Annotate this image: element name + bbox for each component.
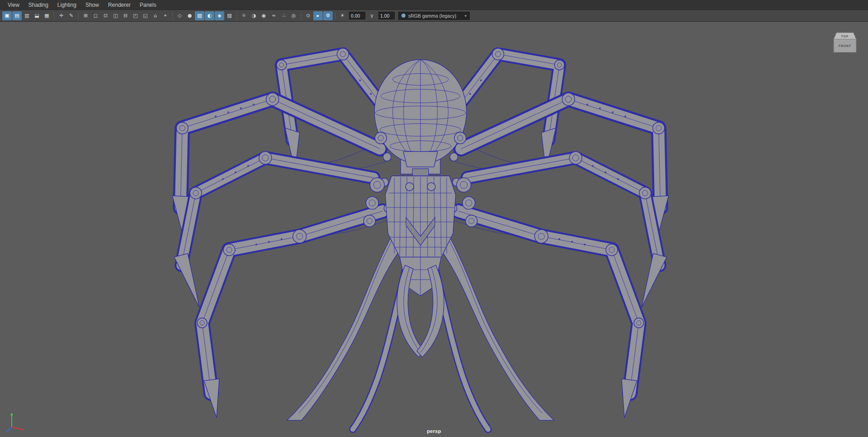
safe-action-icon[interactable]: ◰ xyxy=(131,11,140,20)
field-chart-icon[interactable]: ⊟ xyxy=(121,11,130,20)
use-default-material-icon[interactable]: ◐ xyxy=(205,11,214,20)
depth-of-field-icon[interactable]: ◎ xyxy=(289,11,298,20)
resolution-gate-icon[interactable]: ⊡ xyxy=(101,11,110,20)
toolbar-separator xyxy=(301,12,301,19)
camera-label: persp xyxy=(0,428,868,434)
textured-icon[interactable]: ▧ xyxy=(195,11,204,20)
ambient-occlusion-icon[interactable]: ◉ xyxy=(259,11,269,20)
render-settings-icon[interactable]: ⚙ xyxy=(323,11,333,20)
motion-blur-icon[interactable]: ≈ xyxy=(269,11,278,20)
image-plane-icon[interactable]: ▦ xyxy=(42,11,52,20)
viewport-renderer-icon[interactable]: ▸ xyxy=(313,11,323,20)
viewport-model xyxy=(0,22,868,437)
anti-aliasing-icon[interactable]: ∴ xyxy=(279,11,288,20)
panel-toolbar: ▣▤▥⬓▦✛✎⊞◻⊡◫⊟◰◱⌂⌖◇●▧◐◈▨☼◑◉≈∴◎⊙▸⚙ ☀ γ sRGB… xyxy=(0,10,868,22)
frame-selected-icon[interactable]: ⌖ xyxy=(160,11,170,20)
shadows-icon[interactable]: ◑ xyxy=(249,11,259,20)
toolbar-separator xyxy=(54,12,54,19)
maya-panel: ViewShadingLightingShowRendererPanels ▣▤… xyxy=(0,0,868,437)
camera-attributes-icon[interactable]: ▥ xyxy=(22,11,32,20)
panel-menubar: ViewShadingLightingShowRendererPanels xyxy=(0,0,868,10)
toolbar-separator xyxy=(172,12,173,19)
toolbar-separator xyxy=(236,12,237,19)
gate-mask-icon[interactable]: ◫ xyxy=(111,11,120,20)
menu-show[interactable]: Show xyxy=(81,1,103,9)
gamma-field[interactable] xyxy=(378,12,395,19)
lighting-all-icon[interactable]: ☼ xyxy=(239,11,249,20)
chevron-down-icon: ▾ xyxy=(464,14,467,18)
frame-all-icon[interactable]: ⌂ xyxy=(151,11,160,20)
grease-pencil-icon[interactable]: ✎ xyxy=(66,11,76,20)
safe-title-icon[interactable]: ◱ xyxy=(141,11,150,20)
lock-camera-icon[interactable]: ▤ xyxy=(12,11,22,20)
view-transform-value: sRGB gamma (legacy) xyxy=(408,13,462,19)
viewcube-front-label: FRONT xyxy=(839,44,851,47)
toolbar-icons: ▣▤▥⬓▦✛✎⊞◻⊡◫⊟◰◱⌂⌖◇●▧◐◈▨☼◑◉≈∴◎⊙▸⚙ xyxy=(2,11,333,20)
toolbar-separator xyxy=(78,12,79,19)
xray-icon[interactable]: ▨ xyxy=(225,11,234,20)
viewcube-top-label: TOP xyxy=(841,35,849,38)
viewport[interactable]: TOP FRONT persp xyxy=(0,22,868,437)
exposure-icon[interactable]: ☀ xyxy=(338,11,347,20)
color-management-icon xyxy=(401,14,406,18)
two-d-pan-zoom-icon[interactable]: ✛ xyxy=(57,11,66,20)
exposure-field[interactable] xyxy=(349,12,365,19)
menu-view[interactable]: View xyxy=(4,1,24,9)
wireframe-on-shaded-icon[interactable]: ◈ xyxy=(215,11,224,20)
film-gate-icon[interactable]: ◻ xyxy=(91,11,100,20)
grid-icon[interactable]: ⊞ xyxy=(81,11,90,20)
bookmark-icon[interactable]: ⬓ xyxy=(32,11,42,20)
wireframe-icon[interactable]: ◇ xyxy=(175,11,184,20)
gamma-icon[interactable]: γ xyxy=(367,11,377,20)
menu-shading[interactable]: Shading xyxy=(24,1,52,9)
y-axis-arrow-icon xyxy=(10,413,13,415)
select-camera-icon[interactable]: ▣ xyxy=(2,11,12,20)
menu-panels[interactable]: Panels xyxy=(136,1,160,9)
menu-lighting[interactable]: Lighting xyxy=(53,1,80,9)
viewcube[interactable]: TOP FRONT xyxy=(832,29,858,55)
menu-renderer[interactable]: Renderer xyxy=(104,1,135,9)
smooth-shade-icon[interactable]: ● xyxy=(185,11,194,20)
view-transform-dropdown[interactable]: sRGB gamma (legacy) ▾ xyxy=(398,12,470,20)
isolate-select-icon[interactable]: ⊙ xyxy=(303,11,313,20)
toolbar-separator xyxy=(335,12,335,19)
